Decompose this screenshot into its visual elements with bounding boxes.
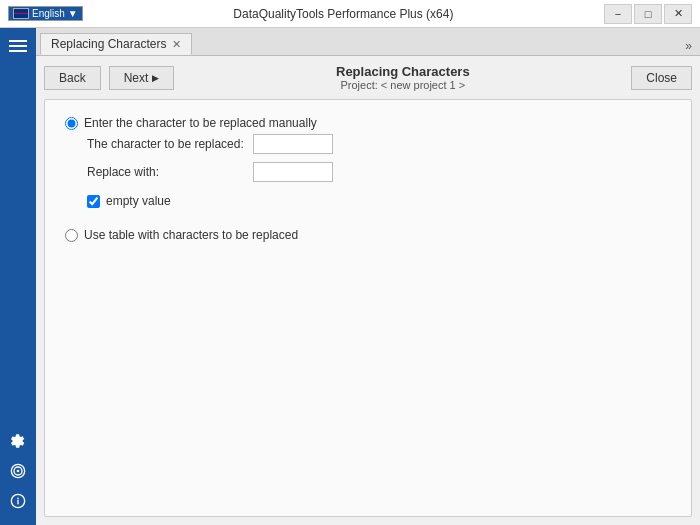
title-bar-left: English ▼ xyxy=(8,6,83,21)
flag-icon xyxy=(13,8,29,19)
tab-scroll-right[interactable]: » xyxy=(681,37,696,55)
restore-button[interactable]: □ xyxy=(634,4,662,24)
empty-value-label: empty value xyxy=(106,194,171,208)
wizard-subtitle: Project: < new project 1 > xyxy=(174,79,631,91)
toolbar-center: Replacing Characters Project: < new proj… xyxy=(174,64,631,91)
close-button[interactable]: Close xyxy=(631,66,692,90)
back-button[interactable]: Back xyxy=(44,66,101,90)
replace-with-row: Replace with: xyxy=(87,162,671,182)
back-label: Back xyxy=(59,71,86,85)
manual-entry-option[interactable]: Enter the character to be replaced manua… xyxy=(65,116,671,130)
svg-rect-4 xyxy=(17,500,18,505)
gear-svg xyxy=(10,433,26,449)
window-close-button[interactable]: ✕ xyxy=(664,4,692,24)
wizard-title: Replacing Characters xyxy=(174,64,631,79)
target-svg xyxy=(10,463,26,479)
svg-rect-5 xyxy=(17,498,18,499)
sidebar-menu-button[interactable] xyxy=(3,32,33,60)
tab-replacing-characters[interactable]: Replacing Characters ✕ xyxy=(40,33,192,55)
replace-with-label: Replace with: xyxy=(87,165,247,179)
empty-value-checkbox[interactable] xyxy=(87,195,100,208)
app-title: DataQualityTools Performance Plus (x64) xyxy=(83,7,604,21)
info-icon[interactable] xyxy=(6,489,30,513)
character-to-replace-label: The character to be replaced: xyxy=(87,137,247,151)
minimize-button[interactable]: − xyxy=(604,4,632,24)
replace-with-input[interactable] xyxy=(253,162,333,182)
next-button[interactable]: Next xyxy=(109,66,175,90)
empty-value-row: empty value xyxy=(65,194,671,208)
wizard-panel: Back Next Replacing Characters Project: … xyxy=(36,56,700,525)
hamburger-line-3 xyxy=(9,50,27,52)
manual-entry-section: Enter the character to be replaced manua… xyxy=(65,116,671,208)
close-label: Close xyxy=(646,71,677,85)
main-layout: Replacing Characters ✕ » Back Next xyxy=(0,28,700,525)
use-table-option[interactable]: Use table with characters to be replaced xyxy=(65,228,671,242)
manual-entry-label: Enter the character to be replaced manua… xyxy=(84,116,317,130)
info-svg xyxy=(10,493,26,509)
settings-icon[interactable] xyxy=(6,429,30,453)
manual-entry-fields: The character to be replaced: Replace wi… xyxy=(65,134,671,182)
wizard-toolbar: Back Next Replacing Characters Project: … xyxy=(44,64,692,91)
tab-close-button[interactable]: ✕ xyxy=(172,39,181,50)
wizard-content: Enter the character to be replaced manua… xyxy=(44,99,692,517)
language-selector[interactable]: English ▼ xyxy=(8,6,83,21)
sidebar-bottom-icons xyxy=(6,429,30,525)
character-to-replace-input[interactable] xyxy=(253,134,333,154)
tab-list: Replacing Characters ✕ xyxy=(40,33,192,55)
tab-bar: Replacing Characters ✕ » xyxy=(36,28,700,56)
content-area: Replacing Characters ✕ » Back Next xyxy=(36,28,700,525)
hamburger-line-2 xyxy=(9,45,27,47)
use-table-label: Use table with characters to be replaced xyxy=(84,228,298,242)
use-table-radio[interactable] xyxy=(65,229,78,242)
next-label: Next xyxy=(124,71,149,85)
manual-entry-radio[interactable] xyxy=(65,117,78,130)
sidebar xyxy=(0,28,36,525)
tab-label: Replacing Characters xyxy=(51,37,166,51)
window-controls: − □ ✕ xyxy=(604,4,692,24)
svg-point-2 xyxy=(17,470,20,473)
toolbar-left: Back Next xyxy=(44,66,174,90)
character-to-replace-row: The character to be replaced: xyxy=(87,134,671,154)
toolbar-right: Close xyxy=(631,66,692,90)
dropdown-arrow-icon: ▼ xyxy=(68,8,78,19)
hamburger-line-1 xyxy=(9,40,27,42)
title-bar: English ▼ DataQualityTools Performance P… xyxy=(0,0,700,28)
language-label: English xyxy=(32,8,65,19)
target-icon[interactable] xyxy=(6,459,30,483)
